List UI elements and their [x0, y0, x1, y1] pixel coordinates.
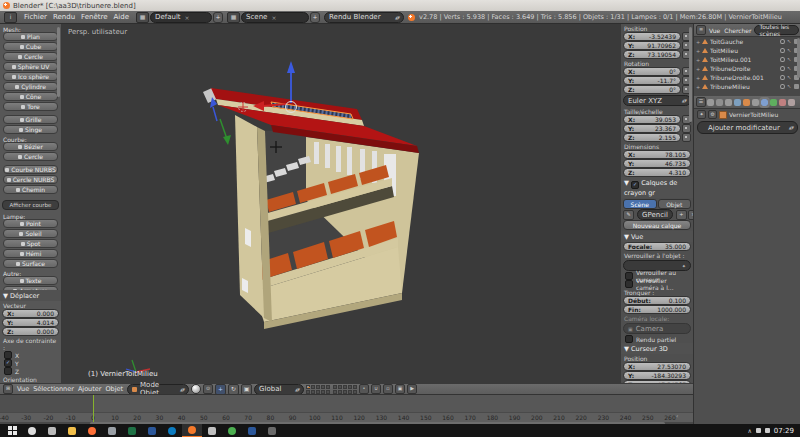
add-modifier-dropdown[interactable]: Ajouter modificateur ▲▼: [697, 121, 798, 134]
dimensions-y--field[interactable]: Y:46.735: [623, 159, 691, 168]
move-vector-y--field[interactable]: Y:4.014: [2, 318, 59, 327]
outliner-view-menu[interactable]: Vue: [708, 27, 721, 34]
tool-button-armature[interactable]: Armature: [3, 286, 58, 290]
cursor3d-panel-header[interactable]: ▼ Curseur 3D: [621, 343, 693, 354]
taskbar-chrome[interactable]: [222, 424, 242, 437]
pivot-point-icon[interactable]: ⊙: [203, 384, 213, 394]
menu-objet[interactable]: Objet: [103, 385, 125, 393]
position-y--field[interactable]: Y:91.70962: [623, 41, 681, 50]
layer-toggle[interactable]: [338, 385, 342, 389]
layout-field[interactable]: Default ×: [150, 12, 212, 23]
network-icon[interactable]: [756, 428, 761, 433]
mode-dropdown[interactable]: Mode Objet ▲▼: [127, 384, 189, 395]
taskbar-outlook[interactable]: [242, 424, 262, 437]
taskbar-file-explorer[interactable]: [62, 424, 82, 437]
layer-toggle[interactable]: [306, 385, 310, 389]
layer-toggle[interactable]: [348, 385, 352, 389]
rotation-z--field[interactable]: Z:0°: [623, 85, 681, 94]
layer-toggle[interactable]: [311, 390, 315, 394]
clip-start-field[interactable]: Début: 0.100: [623, 296, 691, 305]
menu-ajouter[interactable]: Ajouter: [76, 385, 104, 393]
tool-button-texte[interactable]: Texte: [3, 276, 58, 285]
tool-button-cercle[interactable]: Cercle: [3, 52, 58, 61]
tool-button-singe[interactable]: Singe: [3, 125, 58, 134]
lock-icon[interactable]: •: [359, 384, 369, 394]
tool-button-ico-sphere[interactable]: Ico sphère: [3, 72, 58, 81]
outliner-item-toitmilieu-001[interactable]: +ToitMilieu.001↖: [694, 55, 800, 64]
collapsed-panel-afficher-courbe[interactable]: Afficher courbe: [2, 200, 59, 210]
position-z--field[interactable]: Z:73.19054: [623, 50, 681, 59]
tool-button-plan[interactable]: Plan: [3, 32, 58, 41]
operator-panel-header[interactable]: ▼ Déplacer: [0, 290, 61, 301]
editor-type-icon[interactable]: ⊞: [3, 384, 13, 394]
taskbar-task-view[interactable]: [42, 424, 62, 437]
view-panel-header[interactable]: ▼ Vue: [621, 231, 693, 242]
new-layer-button[interactable]: Nouveau calque: [623, 220, 691, 230]
taskbar-start[interactable]: [2, 424, 22, 437]
menu-rendu[interactable]: Rendu: [50, 13, 78, 21]
taskbar-search[interactable]: [22, 424, 42, 437]
eye-icon[interactable]: [780, 48, 785, 53]
tool-icon[interactable]: ✦: [697, 110, 706, 119]
gp-tab-scene[interactable]: Scène: [623, 199, 657, 209]
menu-vue[interactable]: Vue: [15, 385, 31, 393]
tool-button-cercle-nurbs[interactable]: Cercle NURBS: [3, 175, 58, 184]
eye-icon[interactable]: [780, 66, 785, 71]
lock-camera-checkbox[interactable]: Verrouiller caméra à l...: [621, 280, 693, 288]
outliner-item-toitmilieu[interactable]: +ToitMilieu↖: [694, 46, 800, 55]
tool-button-hemi[interactable]: Hémi: [3, 249, 58, 258]
select-icon[interactable]: ↖: [787, 66, 792, 71]
taskbar-excel[interactable]: [122, 424, 142, 437]
gp-tab-objet[interactable]: Objet: [658, 199, 692, 209]
opengl-render-anim-icon[interactable]: ▶: [407, 384, 417, 394]
layer-toggle[interactable]: [316, 385, 320, 389]
tool-button-sphere-uv[interactable]: Sphère UV: [3, 62, 58, 71]
eye-icon[interactable]: [780, 39, 785, 44]
select-icon[interactable]: ↖: [787, 48, 792, 53]
constraints-tab-icon[interactable]: [752, 99, 759, 106]
eye-icon[interactable]: [780, 84, 785, 89]
layer-toggle[interactable]: [343, 385, 347, 389]
tool-button-grille[interactable]: Grille: [3, 115, 58, 124]
editor-type-icon[interactable]: ≡: [696, 25, 706, 35]
tool-button-cone[interactable]: Cône: [3, 92, 58, 101]
layer-toggle[interactable]: [316, 390, 320, 394]
tool-button-cube[interactable]: Cube: [3, 42, 58, 51]
cursor-y--field[interactable]: Y:-184.30293: [623, 371, 691, 380]
current-frame-indicator[interactable]: [93, 395, 95, 422]
scene-field[interactable]: Scene ×: [241, 12, 309, 23]
add-icon[interactable]: +: [676, 210, 687, 220]
opengl-render-icon[interactable]: ▣: [395, 384, 405, 394]
menu-fichier[interactable]: Fichier: [21, 13, 50, 21]
render-layers-tab-icon[interactable]: [716, 99, 723, 106]
layer-toggle[interactable]: [326, 385, 330, 389]
manipulator-translate-icon[interactable]: +: [215, 384, 226, 395]
close-icon[interactable]: ×: [271, 14, 276, 21]
texture-tab-icon[interactable]: [788, 99, 795, 106]
expand-icon[interactable]: +: [696, 84, 700, 90]
constraint-axis-z[interactable]: Z: [0, 367, 61, 375]
outliner-filter-dropdown[interactable]: Toutes les scènes: [754, 25, 799, 35]
transform-orientation-dropdown[interactable]: Global ▲▼: [254, 384, 304, 395]
expand-icon[interactable]: +: [696, 39, 700, 45]
editor-type-icon[interactable]: i: [4, 12, 17, 23]
wrench-icon[interactable]: ⚙: [708, 110, 717, 119]
select-icon[interactable]: ↖: [787, 39, 792, 44]
manipulator-z-arrowhead[interactable]: [287, 61, 295, 73]
add-layout-button[interactable]: +: [213, 12, 223, 23]
grease-pencil-icon[interactable]: ✎: [623, 210, 634, 220]
layer-toggle[interactable]: [343, 390, 347, 394]
world-tab-icon[interactable]: [734, 99, 741, 106]
taskbar-app-gray-2[interactable]: [202, 424, 222, 437]
taskbar-store[interactable]: [262, 424, 282, 437]
material-tab-icon[interactable]: [779, 99, 786, 106]
layer-toggle[interactable]: [321, 385, 325, 389]
rotation-y--field[interactable]: Y:-11.7°: [623, 76, 681, 85]
menu-aide[interactable]: Aide: [111, 13, 132, 21]
n-panel-scrollbar[interactable]: [689, 27, 692, 122]
manipulator-rotate-icon[interactable]: ↻: [228, 384, 239, 395]
object-data-tab-icon[interactable]: [770, 99, 777, 106]
move-vector-x--field[interactable]: X:0.000: [2, 309, 59, 318]
browse-layout-icon[interactable]: ▦: [136, 12, 149, 23]
render-engine-dropdown[interactable]: Rendu Blender ▲▼: [324, 12, 404, 23]
